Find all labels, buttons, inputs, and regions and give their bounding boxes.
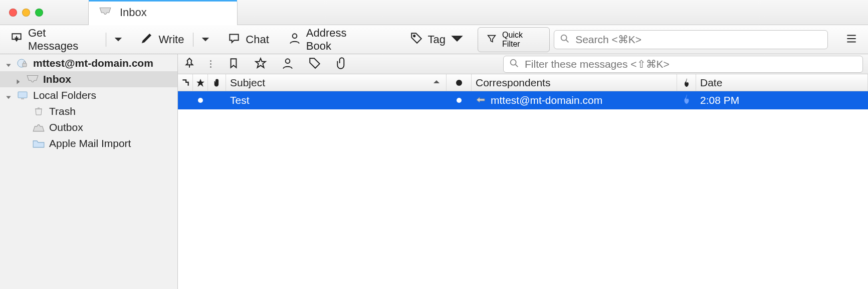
separator [193, 33, 193, 47]
column-subject-label: Subject [230, 77, 265, 89]
star-icon[interactable] [254, 57, 267, 72]
star-dot-icon [198, 98, 203, 103]
chevron-down-icon [201, 33, 209, 46]
address-book-label: Address Book [306, 27, 373, 53]
window-controls [0, 9, 43, 17]
quick-filter-button[interactable]: Quick Filter [478, 27, 550, 52]
message-row[interactable]: Test mttest@mt-domain.com 2:08 PM [178, 91, 868, 109]
column-star[interactable] [193, 74, 208, 91]
write-label: Write [158, 33, 184, 46]
trash-icon [32, 106, 45, 116]
pin-icon[interactable] [183, 57, 196, 72]
get-messages-dropdown[interactable] [110, 31, 126, 48]
tag-icon[interactable] [308, 57, 321, 72]
account-label: mttest@mt-domain.com [33, 57, 153, 69]
window-minimize-button[interactable] [22, 9, 30, 17]
get-messages-button[interactable]: Get Messages [5, 25, 102, 55]
write-button[interactable]: Write [135, 30, 189, 50]
chat-button[interactable]: Chat [223, 30, 274, 50]
folder-inbox[interactable]: Inbox [0, 71, 177, 87]
column-thread[interactable] [178, 74, 193, 91]
separator [106, 33, 106, 47]
pencil-icon [140, 32, 153, 48]
write-dropdown[interactable] [197, 31, 213, 48]
svg-rect-5 [18, 92, 27, 98]
column-attachment[interactable] [208, 74, 226, 91]
global-search-field[interactable] [554, 30, 828, 49]
inbox-tray-icon [26, 74, 39, 84]
separator-dots [210, 60, 213, 68]
column-correspondents[interactable]: Correspondents [472, 74, 677, 91]
flame-icon [683, 94, 691, 107]
folder-apple-mail-import[interactable]: Apple Mail Import [0, 135, 177, 152]
reply-arrow-icon [476, 94, 486, 106]
globe-lock-icon [16, 58, 29, 68]
get-messages-label: Get Messages [28, 27, 97, 53]
message-date: 2:08 PM [700, 94, 739, 106]
search-icon [559, 33, 570, 46]
computer-icon [16, 90, 29, 100]
local-folders-label: Local Folders [33, 89, 96, 101]
bookmark-icon[interactable] [227, 57, 240, 72]
column-flame[interactable] [677, 74, 696, 91]
app-menu-button[interactable] [840, 30, 863, 49]
tag-label: Tag [428, 33, 446, 46]
funnel-icon [486, 33, 497, 46]
disclosure-closed-icon [15, 76, 22, 83]
message-subject: Test [230, 94, 250, 106]
contact-icon[interactable] [281, 57, 294, 72]
tab-label: Inbox [120, 6, 147, 19]
disclosure-open-icon [5, 60, 12, 67]
local-folders-row[interactable]: Local Folders [0, 87, 177, 103]
trash-label: Trash [49, 105, 76, 117]
attachment-icon[interactable] [335, 57, 348, 72]
message-read-cell[interactable] [447, 98, 472, 103]
message-correspondent: mttest@mt-domain.com [491, 94, 602, 106]
hamburger-icon [845, 38, 858, 47]
tab-inbox[interactable]: Inbox [88, 0, 238, 25]
quick-filter-bar [178, 54, 868, 74]
main-toolbar: Get Messages Write Chat Address Book Tag… [0, 25, 868, 54]
svg-rect-6 [21, 98, 24, 99]
message-star-cell[interactable] [193, 98, 208, 103]
chat-label: Chat [246, 33, 269, 46]
apple-import-label: Apple Mail Import [49, 137, 131, 150]
svg-point-1 [413, 35, 415, 37]
unread-dot-icon [457, 98, 462, 103]
column-read[interactable] [447, 74, 472, 91]
column-date-label: Date [700, 77, 722, 89]
folder-outbox[interactable]: Outbox [0, 119, 177, 135]
folder-tree: mttest@mt-domain.com Inbox Local Folders… [0, 54, 178, 289]
chevron-down-icon [114, 33, 122, 46]
svg-point-2 [561, 35, 567, 40]
window-maximize-button[interactable] [35, 9, 43, 17]
column-date[interactable]: Date [696, 74, 868, 91]
download-icon [10, 32, 23, 48]
chevron-down-icon [451, 32, 464, 48]
disclosure-open-icon [5, 92, 12, 99]
window-close-button[interactable] [9, 9, 17, 17]
quick-filter-label: Quick Filter [502, 31, 541, 49]
window-titlebar: Inbox [0, 0, 868, 25]
svg-point-7 [286, 59, 290, 63]
column-headers: Subject Correspondents Date [178, 74, 868, 91]
folder-trash[interactable]: Trash [0, 103, 177, 119]
message-filter-field[interactable] [503, 56, 863, 73]
tag-button[interactable]: Tag [405, 30, 469, 50]
address-book-button[interactable]: Address Book [283, 25, 378, 55]
message-filter-input[interactable] [525, 58, 857, 70]
inbox-tray-icon [99, 7, 112, 19]
tag-icon [410, 32, 423, 48]
chat-icon [228, 32, 241, 48]
account-row[interactable]: mttest@mt-domain.com [0, 55, 177, 71]
folder-icon [32, 138, 45, 149]
svg-rect-4 [23, 63, 27, 67]
global-search-input[interactable] [575, 34, 822, 46]
svg-point-9 [456, 80, 462, 86]
outbox-label: Outbox [49, 121, 83, 133]
column-subject[interactable]: Subject [226, 74, 447, 91]
outbox-tray-icon [32, 122, 45, 132]
message-pane: Subject Correspondents Date Test mttest@… [178, 54, 868, 289]
svg-point-0 [293, 34, 297, 38]
sort-ascending-icon [432, 77, 441, 89]
